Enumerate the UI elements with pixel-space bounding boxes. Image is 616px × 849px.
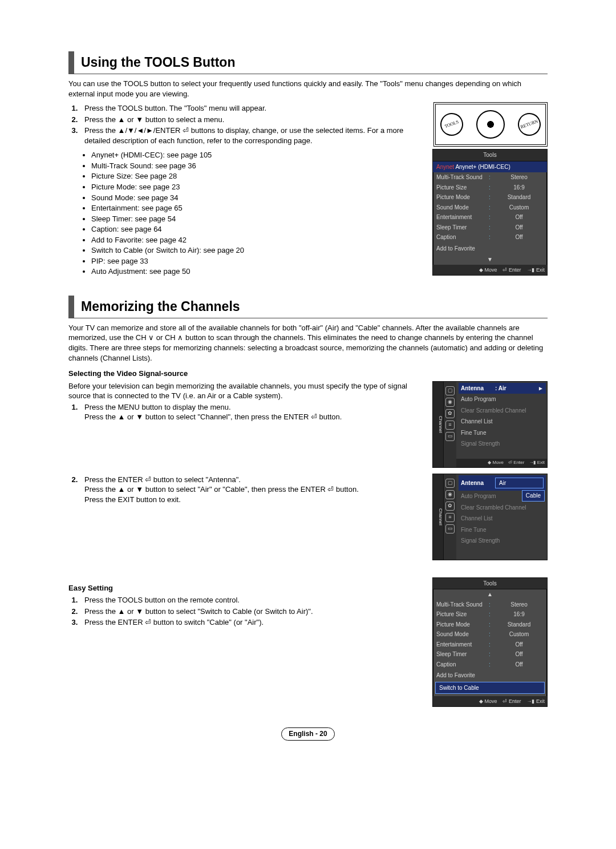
move-hint: ◆ Move	[488, 460, 504, 466]
scroll-up-icon: ▲	[433, 589, 547, 600]
enter-hint: ⏎ Enter	[508, 460, 524, 466]
channel-tab: Channel	[433, 382, 444, 467]
step: Press the MENU button to display the men…	[80, 402, 422, 422]
channel-tab: Channel	[433, 474, 444, 560]
sub1-intro: Before your television can begin memoriz…	[68, 381, 422, 401]
menu-icon-column: ▢ ◉ ✿ ≡ ▭	[444, 474, 456, 560]
osd-row: Picture Mode:Standard	[433, 620, 547, 630]
row-label: Antenna	[461, 479, 484, 487]
input-icon: ▭	[445, 524, 455, 533]
osd-row: Add to Favorite	[433, 669, 547, 682]
section2-title: Memorizing the Channels	[68, 296, 548, 318]
page-footer: English - 20	[281, 727, 334, 740]
settings-icon: ✿	[445, 502, 455, 511]
sub1-steps-2: Press the ENTER ⏎ button to select "Ante…	[80, 475, 422, 505]
bullet: Sound Mode: see page 34	[91, 193, 422, 203]
step: Press the ENTER ⏎ button to switch "Cabl…	[80, 617, 422, 628]
bullet: Sleep Timer: see page 54	[91, 214, 422, 224]
network-icon: ≡	[445, 513, 455, 522]
sub1-steps-1: Press the MENU button to display the men…	[80, 402, 422, 422]
channel-menu-1: Channel ▢ ◉ ✿ ≡ ▭ Antenna : Air ► Auto P…	[432, 381, 548, 468]
bullet: Picture Size: See page 28	[91, 171, 422, 181]
menu-row-dim: Clear Scrambled Channel	[459, 502, 546, 514]
menu-row: Channel List	[459, 416, 546, 427]
bullet: Picture Mode: see page 23	[91, 182, 422, 192]
menu-row-highlight: Antenna : Air ►	[459, 383, 546, 394]
bullet: Caption: see page 64	[91, 224, 422, 235]
step: Press the TOOLS button on the remote con…	[80, 595, 422, 605]
osd-row: Sound Mode:Custom	[433, 203, 547, 213]
channel-icon: ◉	[445, 490, 455, 499]
osd-title: Tools	[433, 578, 547, 590]
menu-row-dim: Channel List	[459, 513, 546, 524]
osd-title: Tools	[433, 149, 547, 161]
bullet: Entertainment: see page 65	[91, 203, 422, 213]
menu-row: Auto Program	[459, 394, 546, 405]
menu-row-dim: Fine Tune	[459, 524, 546, 536]
osd-row: Caption:Off	[433, 660, 547, 670]
return-button-icon: RETURN	[514, 110, 544, 139]
tools-button-icon: TOOLS	[437, 110, 466, 139]
exit-hint: →▮ Exit	[526, 266, 545, 273]
menu-row-dim: Clear Scrambled Channel	[459, 405, 546, 417]
row-value: : Air	[495, 385, 506, 391]
bullet: Add to Favorite: see page 42	[91, 235, 422, 245]
section1-title: Using the TOOLS Button	[68, 51, 548, 74]
channel-icon: ◉	[445, 398, 455, 407]
picture-icon: ▢	[445, 479, 455, 488]
menu-footer: ◆ Move ⏎ Enter →▮ Exit	[456, 459, 547, 467]
section1-bullets: Anynet+ (HDMI-CEC): see page 105 Multi-T…	[91, 150, 422, 277]
row-label: Antenna	[461, 385, 484, 393]
osd-row: Multi-Track Sound:Stereo	[433, 172, 547, 183]
menu-row-dim: Signal Strength	[459, 438, 546, 450]
easy-setting-steps: Press the TOOLS button on the remote con…	[80, 595, 422, 628]
channel-menu-2: Channel ▢ ◉ ✿ ≡ ▭ Antenna Air Auto Progr…	[432, 474, 548, 560]
move-hint: ◆ Move	[479, 698, 497, 705]
option-air: Air	[495, 478, 544, 489]
bullet: Anynet+ (HDMI-CEC): see page 105	[91, 150, 422, 160]
settings-icon: ✿	[445, 409, 455, 418]
input-icon: ▭	[445, 432, 455, 441]
dpad-icon	[476, 110, 505, 139]
bullet: Switch to Cable (or Switch to Air): see …	[91, 245, 422, 256]
bullet: Auto Adjustment: see page 50	[91, 266, 422, 277]
osd-row: Sound Mode:Custom	[433, 629, 547, 640]
anynet-brand-icon: Anynet	[436, 164, 454, 170]
picture-icon: ▢	[445, 386, 455, 395]
osd-row: Add to Favorite	[433, 242, 547, 255]
osd-row: Entertainment:Off	[433, 640, 547, 650]
osd-highlight-label: Anynet+ (HDMI-CEC)	[455, 164, 510, 170]
osd-row: Multi-Track Sound:Stereo	[433, 600, 547, 610]
remote-illustration: TOOLS RETURN	[433, 102, 548, 147]
subhead-easy-setting: Easy Setting	[68, 583, 422, 593]
osd-row: Sleep Timer:Off	[433, 649, 547, 660]
osd-row: Entertainment:Off	[433, 212, 547, 223]
step: Press the ▲ or ▼ button to select a menu…	[80, 115, 423, 125]
option-cable: Cable	[522, 490, 545, 502]
osd-row: Picture Mode:Standard	[433, 192, 547, 203]
osd-row: Caption:Off	[433, 232, 547, 242]
section1-intro: You can use the TOOLS button to select y…	[68, 79, 548, 99]
step: Press the ▲/▼/◄/►/ENTER ⏎ buttons to dis…	[80, 126, 423, 145]
tools-osd-2: Tools ▲ Multi-Track Sound:Stereo Picture…	[432, 577, 548, 708]
osd-row: Picture Size:16:9	[433, 609, 547, 620]
move-hint: ◆ Move	[479, 266, 497, 273]
scroll-down-icon: ▼	[433, 254, 547, 265]
subhead-signal-source: Selecting the Video Signal-source	[68, 369, 548, 379]
menu-icon-column: ▢ ◉ ✿ ≡ ▭	[444, 382, 456, 467]
bullet: Multi-Track Sound: see page 36	[91, 161, 422, 171]
menu-row-dim: Signal Strength	[459, 535, 546, 547]
enter-hint: ⏎ Enter	[502, 266, 521, 273]
osd-highlight-row: Switch to Cable	[435, 682, 545, 694]
section1-steps: Press the TOOLS button. The "Tools" menu…	[80, 103, 423, 145]
osd-footer: ◆ Move ⏎ Enter →▮ Exit	[433, 696, 547, 706]
step: Press the TOOLS button. The "Tools" menu…	[80, 103, 423, 114]
tools-osd-1: Tools Anynet Anynet+ (HDMI-CEC) Multi-Tr…	[432, 149, 548, 276]
enter-hint: ⏎ Enter	[502, 698, 521, 705]
exit-hint: →▮ Exit	[529, 460, 545, 466]
osd-footer: ◆ Move ⏎ Enter →▮ Exit	[433, 265, 547, 275]
menu-row-highlight: Antenna Air	[459, 475, 546, 491]
exit-hint: →▮ Exit	[526, 698, 545, 705]
network-icon: ≡	[445, 421, 455, 430]
menu-row: Fine Tune	[459, 427, 546, 439]
